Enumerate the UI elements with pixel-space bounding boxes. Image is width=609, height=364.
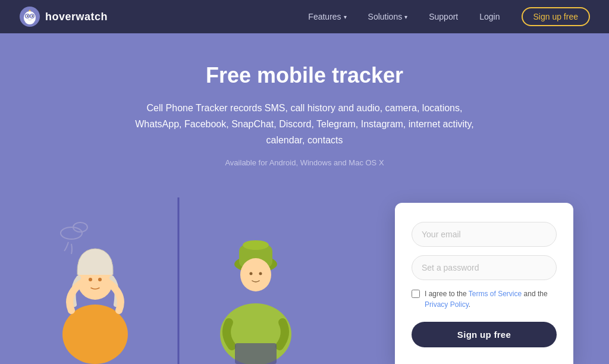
hero-subtitle: Cell Phone Tracker records SMS, call his… <box>132 100 477 149</box>
password-input[interactable] <box>412 255 557 280</box>
features-chevron-icon: ▾ <box>344 14 347 20</box>
svg-point-22 <box>259 272 262 275</box>
svg-point-21 <box>250 272 253 275</box>
terms-text: I agree to the Terms of Service and the … <box>425 288 548 310</box>
nav-support[interactable]: Support <box>429 12 458 21</box>
hero-available-text: Available for Android, Windows and Mac O… <box>225 158 384 167</box>
navbar: hoverwatch Features ▾ Solutions ▾ Suppor… <box>0 0 609 33</box>
person2-illustration <box>190 215 321 364</box>
terms-row: I agree to the Terms of Service and the … <box>412 288 557 310</box>
nav-signup-button[interactable]: Sign up free <box>522 7 591 26</box>
email-input[interactable] <box>412 222 557 247</box>
svg-point-9 <box>61 227 82 239</box>
signup-card: I agree to the Terms of Service and the … <box>395 203 573 364</box>
logo-area: hoverwatch <box>19 6 108 27</box>
nav-links: Features ▾ Solutions ▾ Support Login Sig… <box>308 7 590 26</box>
privacy-policy-link[interactable]: Privacy Policy <box>425 300 469 309</box>
illustration-area <box>0 197 357 364</box>
hero-section: Free mobile tracker Cell Phone Tracker r… <box>0 33 609 364</box>
svg-rect-23 <box>235 343 277 364</box>
terms-of-service-link[interactable]: Terms of Service <box>469 290 522 298</box>
logo-icon <box>19 6 40 27</box>
solutions-chevron-icon: ▾ <box>404 14 407 20</box>
terms-checkbox[interactable] <box>412 290 420 298</box>
svg-point-7 <box>32 15 33 17</box>
svg-point-14 <box>98 278 102 281</box>
svg-point-19 <box>243 240 269 250</box>
signup-submit-button[interactable]: Sign up free <box>412 322 557 347</box>
logo-text: hoverwatch <box>45 11 108 23</box>
svg-point-6 <box>27 15 28 17</box>
nav-solutions[interactable]: Solutions ▾ <box>368 12 408 21</box>
nav-login[interactable]: Login <box>479 12 500 21</box>
hero-title: Free mobile tracker <box>206 63 403 88</box>
nav-features[interactable]: Features ▾ <box>308 12 346 21</box>
svg-point-13 <box>89 278 92 281</box>
pole-illustration <box>172 197 184 364</box>
svg-point-20 <box>240 258 271 291</box>
person1-illustration <box>36 209 155 364</box>
svg-point-1 <box>24 11 36 24</box>
